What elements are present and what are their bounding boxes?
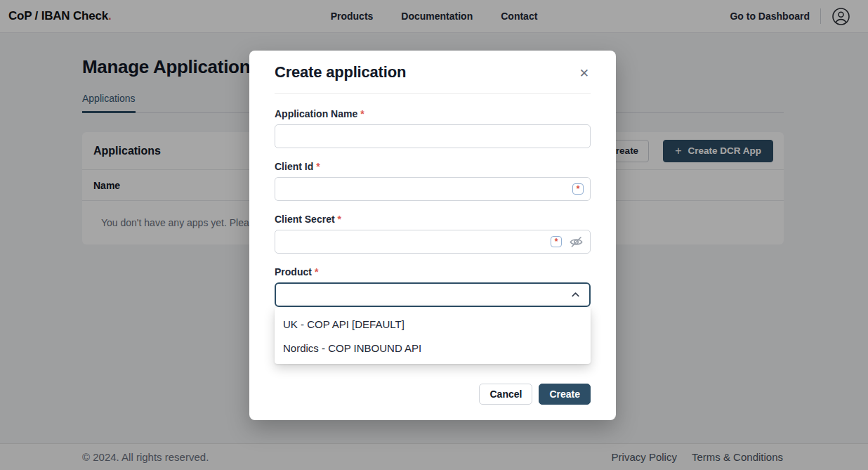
modal-title: Create application — [275, 63, 406, 81]
client-id-input[interactable] — [275, 178, 590, 200]
product-dropdown: UK - COP API [DEFAULT] Nordics - COP INB… — [275, 308, 591, 364]
dropdown-option-uk-cop-api[interactable]: UK - COP API [DEFAULT] — [275, 312, 591, 336]
client-secret-field: * — [275, 230, 591, 254]
application-name-label: Application Name* — [275, 108, 591, 119]
application-name-label-text: Application Name — [275, 108, 357, 119]
modal-header: Create application ✕ — [275, 51, 591, 81]
required-asterisk: * — [338, 214, 341, 225]
modal-header-divider — [275, 93, 591, 94]
client-id-label-text: Client Id — [275, 161, 313, 172]
product-label-text: Product — [275, 266, 312, 278]
client-secret-input[interactable] — [275, 230, 590, 253]
client-secret-label-text: Client Secret — [275, 214, 335, 225]
cancel-button[interactable]: Cancel — [479, 384, 532, 405]
client-secret-label: Client Secret* — [275, 214, 591, 225]
close-icon[interactable]: ✕ — [579, 67, 589, 79]
product-label: Product* — [275, 266, 591, 278]
client-secret-group: Client Secret* * — [275, 214, 591, 254]
required-asterisk: * — [316, 161, 320, 172]
password-manager-autofill-icon[interactable]: * — [551, 236, 562, 247]
client-id-label: Client Id* — [275, 161, 591, 172]
application-name-group: Application Name* — [275, 108, 591, 148]
required-asterisk: * — [360, 108, 364, 119]
required-asterisk: * — [315, 266, 318, 278]
modal-create-button[interactable]: Create — [539, 384, 591, 405]
client-id-group: Client Id* * — [275, 161, 591, 201]
product-select[interactable] — [275, 282, 591, 307]
application-name-input[interactable] — [275, 125, 590, 148]
modal-footer: Cancel Create — [479, 384, 591, 405]
password-manager-autofill-icon[interactable]: * — [572, 183, 584, 195]
create-application-modal: Create application ✕ Application Name* C… — [249, 51, 616, 420]
application-name-field — [275, 124, 591, 148]
modal-form: Application Name* Client Id* * Client Se… — [275, 108, 591, 307]
product-group: Product* UK - COP API [DEFAULT] Nordics … — [275, 266, 591, 307]
chevron-up-icon — [570, 289, 581, 301]
dropdown-option-nordics-cop-inbound-api[interactable]: Nordics - COP INBOUND API — [275, 336, 591, 360]
client-id-field: * — [275, 177, 591, 201]
eye-slash-icon[interactable] — [569, 235, 584, 249]
